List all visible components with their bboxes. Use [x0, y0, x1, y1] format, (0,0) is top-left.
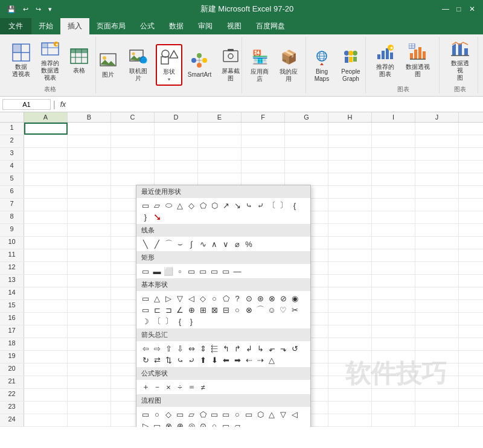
save-btn[interactable]: 💾 [5, 4, 18, 14]
maximize-btn[interactable]: □ [453, 3, 465, 15]
spreadsheet-cell[interactable] [285, 161, 328, 173]
basic16[interactable]: ⊏ [152, 304, 162, 315]
rect9[interactable]: — [232, 266, 243, 277]
spreadsheet-cell[interactable] [328, 376, 372, 388]
spreadsheet-cell[interactable] [155, 148, 198, 160]
basic28[interactable]: ✂ [289, 304, 300, 315]
line10[interactable]: % [243, 238, 254, 249]
spreadsheet-cell[interactable] [24, 224, 68, 236]
flow21[interactable]: ○ [209, 420, 220, 427]
spreadsheet-cell[interactable] [24, 135, 68, 147]
screenshot-btn[interactable]: 屏幕截图 [217, 45, 244, 85]
spreadsheet-cell[interactable] [24, 148, 68, 160]
basic3[interactable]: ▷ [163, 293, 174, 304]
spreadsheet-cell[interactable] [111, 161, 155, 173]
flow17[interactable]: ⊗ [163, 420, 174, 427]
spreadsheet-cell[interactable] [242, 161, 285, 173]
flow15[interactable]: ▷ [140, 420, 151, 427]
spreadsheet-cell[interactable] [24, 237, 68, 249]
spreadsheet-cell[interactable] [372, 338, 415, 350]
spreadsheet-cell[interactable] [24, 402, 68, 414]
tab-insert[interactable]: 插入 [60, 18, 89, 34]
rect4[interactable]: ▫ [174, 266, 185, 277]
shape-bracket-l[interactable]: 〔 [266, 200, 277, 211]
spreadsheet-cell[interactable] [68, 275, 111, 287]
arr4[interactable]: ⇩ [174, 343, 185, 354]
arr16[interactable]: ⇄ [152, 354, 162, 365]
spreadsheet-cell[interactable] [285, 173, 328, 185]
formula-input[interactable] [71, 100, 481, 109]
line9[interactable]: ⌀ [232, 238, 243, 249]
spreadsheet-cell[interactable] [68, 338, 111, 350]
flow22[interactable]: ▭ [220, 420, 231, 427]
arr23[interactable]: ➡ [232, 354, 243, 365]
flow19[interactable]: ◎ [186, 420, 197, 427]
basic20[interactable]: ⊞ [197, 304, 208, 315]
shape-curve2[interactable]: ⤶ [255, 200, 266, 211]
spreadsheet-cell[interactable] [415, 313, 459, 325]
spreadsheet-cell[interactable] [155, 123, 198, 135]
spreadsheet-cell[interactable] [328, 414, 372, 426]
spreadsheet-cell[interactable] [285, 148, 328, 160]
arr10[interactable]: ↲ [243, 343, 254, 354]
fml3[interactable]: × [163, 382, 174, 392]
spreadsheet-cell[interactable] [68, 402, 111, 414]
table-btn[interactable]: 表格 [66, 44, 92, 77]
spreadsheet-cell[interactable] [285, 123, 328, 135]
redo-btn[interactable]: ↪ [33, 4, 43, 14]
flow5[interactable]: ▱ [186, 409, 197, 420]
spreadsheet-cell[interactable] [24, 161, 68, 173]
spreadsheet-cell[interactable] [328, 211, 372, 223]
spreadsheet-cell[interactable] [328, 199, 372, 211]
line2[interactable]: ╱ [152, 238, 162, 249]
spreadsheet-cell[interactable] [68, 300, 111, 312]
basic18[interactable]: ∠ [174, 304, 185, 315]
spreadsheet-cell[interactable] [68, 123, 111, 135]
spreadsheet-cell[interactable] [24, 300, 68, 312]
spreadsheet-cell[interactable] [111, 123, 155, 135]
spreadsheet-cell[interactable] [415, 376, 459, 388]
spreadsheet-cell[interactable] [328, 224, 372, 236]
basic8[interactable]: ⬠ [220, 293, 231, 304]
spreadsheet-cell[interactable] [68, 173, 111, 185]
spreadsheet-cell[interactable] [24, 313, 68, 325]
spreadsheet-cell[interactable] [285, 135, 328, 147]
spreadsheet-cell[interactable] [372, 211, 415, 223]
spreadsheet-cell[interactable] [415, 338, 459, 350]
spreadsheet-cell[interactable] [328, 389, 372, 401]
spreadsheet-cell[interactable] [24, 186, 68, 198]
flow3[interactable]: ◇ [163, 409, 174, 420]
spreadsheet-cell[interactable] [68, 237, 111, 249]
spreadsheet-cell[interactable] [372, 351, 415, 363]
rect7[interactable]: ▭ [209, 266, 220, 277]
spreadsheet-cell[interactable] [68, 262, 111, 274]
spreadsheet-cell[interactable] [415, 287, 459, 299]
line8[interactable]: ∨ [220, 238, 231, 249]
spreadsheet-cell[interactable] [328, 173, 372, 185]
arr9[interactable]: ↱ [232, 343, 243, 354]
spreadsheet-cell[interactable] [415, 325, 459, 338]
spreadsheet-cell[interactable] [372, 275, 415, 287]
shape-bracket-r[interactable]: 〕 [278, 200, 289, 211]
flow10[interactable]: ▭ [243, 409, 254, 420]
arr13[interactable]: ⬎ [278, 343, 289, 354]
spreadsheet-cell[interactable] [372, 262, 415, 274]
spreadsheet-cell[interactable] [198, 173, 242, 185]
arr6[interactable]: ⇕ [197, 343, 208, 354]
spreadsheet-cell[interactable] [415, 135, 459, 147]
spreadsheet-cell[interactable] [328, 249, 372, 261]
pivot-chart-btn[interactable]: 数据透视图 [401, 40, 434, 80]
recommend-pivot-btn[interactable]: ★ 推荐的数据透视表 [37, 37, 63, 84]
spreadsheet-cell[interactable] [68, 186, 111, 198]
spreadsheet-cell[interactable] [24, 389, 68, 401]
line1[interactable]: ╲ [140, 238, 151, 249]
arr15[interactable]: ↻ [140, 354, 151, 365]
arr12[interactable]: ⬐ [266, 343, 277, 354]
arr24[interactable]: ⇠ [243, 354, 254, 365]
fml4[interactable]: ÷ [174, 382, 185, 392]
line7[interactable]: ∧ [209, 238, 220, 249]
spreadsheet-cell[interactable] [198, 148, 242, 160]
spreadsheet-cell[interactable] [328, 275, 372, 287]
spreadsheet-cell[interactable] [372, 414, 415, 426]
spreadsheet-cell[interactable] [372, 123, 415, 135]
